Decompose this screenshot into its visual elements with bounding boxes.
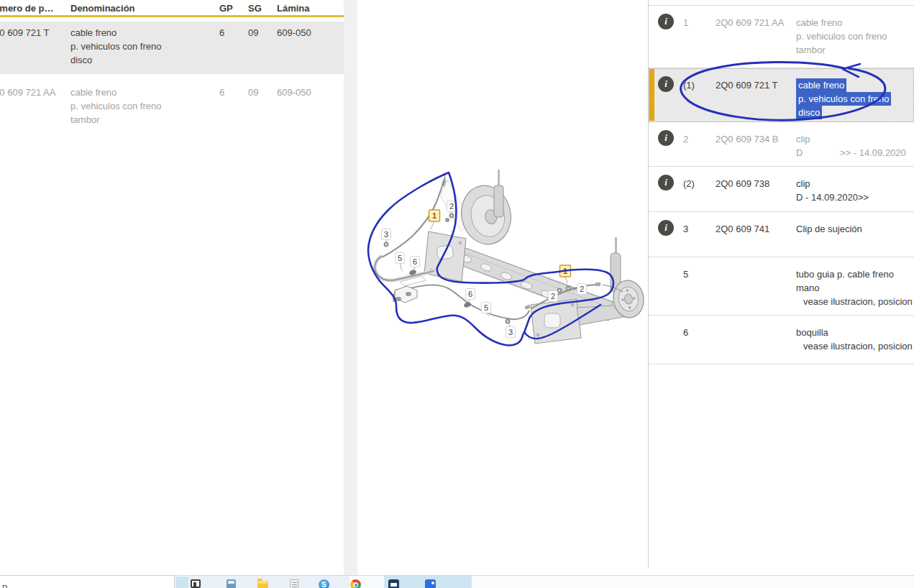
part-description: clip D - 14.09.2020>>: [796, 177, 913, 204]
gp-value: 6: [219, 26, 247, 40]
position-number: 5: [683, 267, 712, 281]
gp-value: 6: [219, 86, 247, 99]
table-row-selected[interactable]: 2Q0 609 721 T cable freno p. vehiculos c…: [0, 22, 344, 74]
lamina-value: 609-050: [277, 26, 343, 40]
part-description: boquilla vease ilustracion, posicion: [796, 326, 913, 353]
info-icon[interactable]: i: [658, 175, 674, 190]
chrome-icon[interactable]: [350, 579, 361, 588]
part-number: 2Q0 609 721 T: [716, 78, 789, 92]
col-header-denominacion[interactable]: Denominación: [70, 1, 211, 15]
col-header-sg[interactable]: SG: [248, 1, 275, 15]
info-icon[interactable]: i: [658, 130, 674, 146]
panel-divider: [344, 0, 357, 575]
selected-text: disco: [796, 106, 822, 119]
parts-list-panel: i 1 2Q0 609 721 AA cable freno p. vehicu…: [648, 0, 914, 568]
calculator-icon[interactable]: [227, 579, 236, 588]
callout-number: 5: [398, 254, 402, 262]
parts-list-row[interactable]: 5 tubo guia p. cable freno mano vease il…: [649, 257, 914, 316]
part-description: tubo guia p. cable freno mano vease ilus…: [796, 267, 913, 308]
see-illustration-note: vease ilustracion, posicion: [796, 339, 913, 353]
callout-number: 6: [413, 257, 417, 266]
notepad-icon[interactable]: [290, 579, 298, 588]
panel-top-divider: [649, 0, 914, 6]
col-header-gp[interactable]: GP: [219, 1, 247, 15]
callout-number: 2: [551, 292, 555, 300]
part-description: Clip de sujeción: [796, 222, 913, 236]
parts-table-panel: Número de p… Denominación GP SG Lámina 2…: [0, 0, 344, 568]
see-illustration-note: vease ilustracion, posicion: [796, 295, 913, 308]
left-arm-bracket: [424, 231, 466, 282]
part-description-selected: cable freno p. vehiculos con freno disco: [796, 78, 913, 119]
parts-diagram[interactable]: 12356653122: [357, 0, 648, 575]
parts-list-row[interactable]: i 1 2Q0 609 721 AA cable freno p. vehicu…: [649, 6, 914, 68]
lamina-value: 609-050: [277, 86, 343, 99]
left-shock-absorber: [494, 170, 503, 217]
task-view-icon[interactable]: [191, 579, 201, 588]
skype-icon[interactable]: S: [319, 579, 329, 588]
validity-range: >> - 14.09.2020: [840, 147, 906, 158]
col-header-lamina[interactable]: Lámina: [277, 1, 343, 15]
position-number: 2: [683, 132, 712, 146]
parts-list-row-selected[interactable]: i (1) 2Q0 609 721 T cable freno p. vehic…: [649, 68, 914, 122]
app-dark-blue-icon[interactable]: [388, 579, 399, 588]
part-name: cable freno p. vehiculos con freno disco: [70, 26, 211, 67]
part-description: cable freno p. vehiculos con freno tambo…: [796, 16, 913, 57]
position-number: 3: [683, 222, 712, 236]
taskbar: P S: [0, 575, 914, 588]
info-icon[interactable]: i: [658, 14, 674, 29]
selected-text: cable freno: [796, 78, 846, 92]
part-number: 2Q0 609 741: [716, 222, 789, 236]
sg-value: 09: [248, 26, 275, 40]
part-number: 2Q0 609 721 T: [0, 26, 69, 40]
app-blue-icon[interactable]: [425, 579, 436, 588]
callout-number: 6: [468, 290, 472, 298]
callout-number: 1: [432, 211, 437, 220]
parts-list-row[interactable]: 6 boquilla vease ilustracion, posicion: [649, 316, 914, 364]
sg-value: 09: [248, 86, 275, 99]
callout-number: 5: [484, 303, 488, 312]
part-number: 2Q0 609 721 AA: [0, 86, 69, 99]
position-number: 1: [683, 16, 712, 29]
callout-number: 3: [384, 230, 388, 239]
parts-diagram-panel[interactable]: 12356653122: [357, 0, 648, 575]
position-number: 6: [683, 326, 712, 339]
info-icon[interactable]: i: [658, 220, 674, 236]
part-number: 2Q0 609 738: [716, 177, 789, 190]
part-number: 2Q0 609 721 AA: [716, 16, 789, 29]
info-icon[interactable]: i: [658, 76, 674, 92]
part-name: cable freno p. vehiculos con freno tambo…: [70, 86, 211, 127]
callout-number: 3: [508, 328, 513, 336]
selected-text: p. vehiculos con freno: [796, 92, 891, 106]
file-explorer-icon[interactable]: [257, 581, 268, 588]
taskbar-search-box[interactable]: P: [0, 575, 175, 588]
taskbar-blue-square: [175, 576, 188, 588]
callout-number: 2: [449, 202, 454, 211]
parts-list-row[interactable]: i 2 2Q0 609 734 B clip D>> - 14.09.2020: [649, 122, 914, 167]
callout-number: 1: [563, 267, 567, 275]
position-number: (2): [683, 177, 712, 190]
col-header-part-number[interactable]: Número de p…: [0, 1, 69, 15]
position-number: (1): [683, 78, 712, 92]
parts-table-header: Número de p… Denominación GP SG Lámina: [0, 0, 344, 17]
center-mount-bracket: [531, 299, 581, 344]
table-row[interactable]: 2Q0 609 721 AA cable freno p. vehiculos …: [0, 83, 344, 130]
callout-number: 2: [580, 285, 584, 293]
search-box-text: P: [2, 584, 7, 588]
parts-list-row[interactable]: i 3 2Q0 609 741 Clip de sujeción: [649, 212, 914, 257]
part-number: 2Q0 609 734 B: [716, 132, 789, 146]
parts-list-row[interactable]: i (2) 2Q0 609 738 clip D - 14.09.2020>>: [649, 167, 914, 212]
part-description: clip D>> - 14.09.2020: [796, 132, 913, 160]
